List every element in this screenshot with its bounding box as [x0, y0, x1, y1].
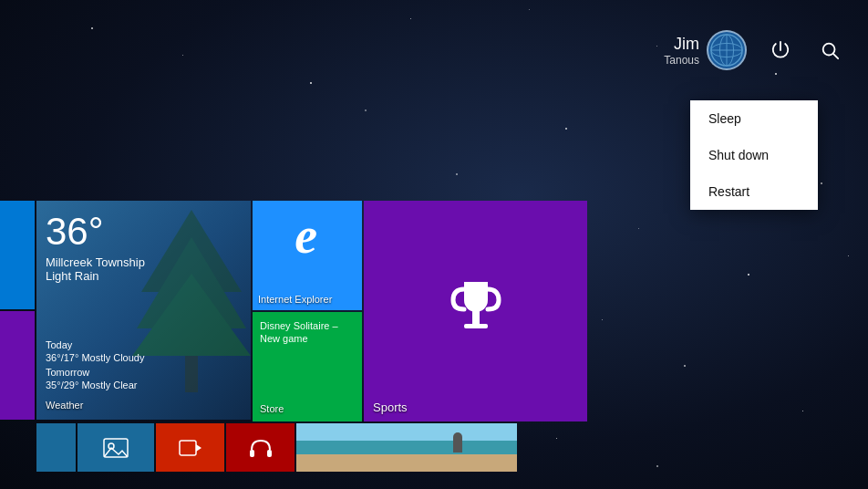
- search-button[interactable]: [810, 30, 850, 70]
- tile-red[interactable]: [156, 423, 224, 472]
- search-icon: [820, 40, 840, 60]
- tile-big-photo[interactable]: [296, 423, 517, 472]
- power-button[interactable]: [760, 30, 801, 70]
- tomorrow-forecast: 35°/29° Mostly Clear: [46, 380, 144, 390]
- weather-forecast: Today 36°/17° Mostly Cloudy Tomorrow 35°…: [46, 339, 144, 392]
- tile-photo-small[interactable]: [36, 423, 76, 472]
- svg-line-6: [833, 54, 838, 58]
- svg-rect-11: [472, 311, 480, 324]
- weather-condition: Light Rain: [46, 269, 145, 283]
- left-strip: [0, 201, 35, 421]
- trophy-icon: [444, 273, 508, 337]
- disney-subtitle: New game: [260, 332, 308, 345]
- user-info: Jim Tanous: [664, 30, 747, 70]
- ie-label: Internet Explorer: [258, 294, 332, 305]
- sports-label: Sports: [373, 401, 408, 414]
- ie-tile[interactable]: e Internet Explorer: [253, 201, 362, 310]
- top-bar: Jim Tanous: [0, 0, 868, 100]
- svg-rect-13: [104, 439, 128, 457]
- tile-blue-small[interactable]: [0, 201, 35, 309]
- pool-bg: [296, 423, 517, 472]
- weather-label-container: Weather: [46, 396, 83, 412]
- user-subtitle: Tanous: [664, 54, 699, 67]
- tile-purple-small[interactable]: [0, 311, 35, 420]
- headphones-icon: [248, 435, 274, 461]
- weather-content: 36° Millcreek Township Light Rain: [46, 210, 145, 283]
- tiles-row-2: [0, 423, 587, 472]
- today-label: Today: [46, 339, 144, 350]
- power-icon: [770, 40, 790, 60]
- disney-store-label: Store: [260, 403, 284, 414]
- disney-tile[interactable]: Disney Solitaire – New game Store: [253, 312, 362, 421]
- svg-rect-15: [180, 441, 196, 455]
- tile-photo-medium[interactable]: [78, 423, 154, 472]
- tiles-row-1: 36° Millcreek Township Light Rain Today …: [0, 201, 587, 421]
- today-forecast: 36°/17° Mostly Cloudy: [46, 352, 144, 363]
- user-name: Jim: [664, 35, 699, 54]
- video-icon: [178, 435, 203, 461]
- svg-rect-18: [267, 450, 272, 457]
- shutdown-button[interactable]: Shut down: [690, 137, 818, 173]
- sports-tile[interactable]: Sports: [364, 201, 587, 421]
- sports-content: Sports: [369, 206, 582, 416]
- tiles-area: 36° Millcreek Township Light Rain Today …: [0, 201, 587, 472]
- svg-rect-17: [250, 450, 254, 457]
- disney-title: Disney Solitaire –: [260, 319, 338, 332]
- weather-tile[interactable]: 36° Millcreek Township Light Rain Today …: [36, 201, 251, 420]
- ie-logo: e: [294, 210, 317, 261]
- tile-music[interactable]: [226, 423, 294, 472]
- weather-location: Millcreek Township: [46, 255, 145, 269]
- svg-marker-16: [196, 444, 202, 452]
- power-dropdown: Sleep Shut down Restart: [690, 100, 818, 210]
- person-silhouette: [453, 432, 462, 453]
- photo-icon: [102, 434, 129, 462]
- tomorrow-label: Tomorrow: [46, 367, 144, 378]
- ie-disney-col: e Internet Explorer Disney Solitaire – N…: [253, 201, 362, 421]
- avatar[interactable]: [707, 30, 747, 70]
- restart-button[interactable]: Restart: [690, 173, 818, 210]
- globe-icon: [709, 33, 744, 68]
- svg-rect-12: [464, 324, 488, 328]
- sleep-button[interactable]: Sleep: [690, 100, 818, 137]
- weather-temp: 36°: [46, 210, 145, 254]
- weather-label: Weather: [46, 400, 83, 411]
- spacer: [0, 423, 35, 472]
- user-text: Jim Tanous: [664, 35, 699, 67]
